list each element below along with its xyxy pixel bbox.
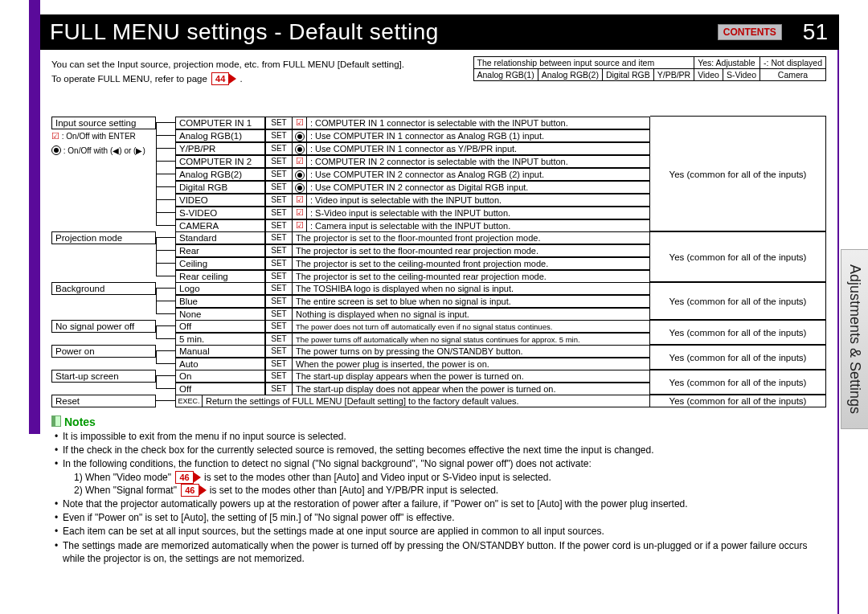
tree-connector [156,155,175,168]
tree-connector [156,181,175,194]
item-name: Auto [175,358,265,370]
set-label: SET [265,244,293,257]
rel-title: The relationship between input source an… [473,57,694,69]
yes-common: Yes (common for all of the inputs) [650,369,826,395]
purple-bar [29,0,40,434]
rel-yes: Yes: Adjustable [694,57,760,69]
tree-connector [156,219,175,232]
item-desc: The projector is set to the floor-mounte… [293,244,650,257]
tree-connector [156,333,175,346]
item-name: Blue [175,295,265,308]
item-desc: : Video input is selectable with the INP… [307,194,650,207]
set-label: SET [265,257,293,270]
legend: ☑ : On/Off with ENTER [51,131,156,142]
page-ref-46[interactable]: 46 [181,484,199,497]
t: is set to the modes other than [Auto] an… [204,472,551,483]
tree-connector [156,244,175,257]
item-name: VIDEO [175,194,265,207]
item-desc: Return the settings of FULL MENU [Defaul… [203,395,650,407]
item-desc: The power turns off automatically when n… [293,333,650,346]
tree-row: Rear ceilingSETThe projector is set to t… [51,270,650,283]
intro-line2-post: . [240,74,243,84]
rel-col: Analog RGB(1) [473,69,538,81]
note: Note that the projector automatically po… [55,497,826,510]
tree-connector [156,168,175,181]
tree-row: OffSETThe start-up display does not appe… [51,383,650,395]
page-ref-46[interactable]: 46 [175,471,193,484]
tree-row: S-VIDEOSET☑: S-Video input is selectable… [51,207,650,219]
t: is set to the modes other than [Auto] an… [210,485,498,496]
page-header: FULL MENU settings - Default setting CON… [40,14,839,50]
tree-connector [156,117,175,129]
tree-connector [156,383,175,395]
set-label: SET [265,370,293,383]
item-name: Rear [175,244,265,257]
item-desc: The start-up display appears when the po… [293,370,650,383]
rel-col: Analog RGB(2) [538,69,602,81]
yes-common: Yes (common for all of the inputs) [650,394,826,407]
item-name: None [175,308,265,321]
item-desc: The entire screen is set to blue when no… [293,295,650,308]
set-label: SET [265,308,293,321]
note-text: In the following conditions, the functio… [63,458,592,469]
item-desc: The start-up display does not appear whe… [293,383,650,395]
tree-connector [156,231,175,244]
group-label: Start-up screen [51,370,156,383]
item-name: Ceiling [175,257,265,270]
notes-list: It is impossible to exit from the menu i… [55,430,826,565]
item-desc: When the power plug is inserted, the pow… [293,358,650,370]
item-name: On [175,370,265,383]
set-label: SET [265,155,293,168]
note: Even if "Power on" is set to [Auto], the… [55,511,826,524]
main-content: You can set the Input source, projection… [40,50,839,614]
tree-row: Input source settingCOMPUTER IN 1SET☑: C… [51,117,650,129]
tree-row: : On/Off with (◀) or (▶)Y/PB/PRSET: Use … [51,142,650,155]
checkbox-icon: ☑ [293,194,307,207]
item-desc: The projector is set to the floor-mounte… [293,231,650,244]
item-name: Analog RGB(1) [175,129,265,142]
set-label: SET [265,129,293,142]
set-label: SET [265,194,293,207]
set-label: SET [265,333,293,346]
note: It is impossible to exit from the menu i… [55,430,826,443]
tree-row: BlueSETThe entire screen is set to blue … [51,295,650,308]
item-desc: : Use COMPUTER IN 2 connector as Analog … [307,168,650,181]
tree-row: AutoSETWhen the power plug is inserted, … [51,358,650,370]
exec-label: EXEC. [175,395,203,407]
group-label: No signal power off [51,320,156,333]
note-sub: 2) When "Signal format" 46 is set to the… [63,484,826,497]
tree-connector [156,142,175,155]
rel-dash: -: Not displayed [760,57,826,69]
set-label: SET [265,295,293,308]
set-label: SET [265,282,293,295]
tree-connector [156,282,175,295]
item-name: COMPUTER IN 1 [175,117,265,129]
tree-connector [156,257,175,270]
item-desc: The TOSHIBA logo is displayed when no si… [293,282,650,295]
yes-common: Yes (common for all of the inputs) [650,344,826,370]
item-desc: : S-Video input is selectable with the I… [307,207,650,219]
contents-button[interactable]: CONTENTS [718,24,782,40]
settings-tree: Input source settingCOMPUTER IN 1SET☑: C… [51,117,826,407]
item-name: Logo [175,282,265,295]
page-ref-44[interactable]: 44 [211,72,229,85]
group-label: Reset [51,395,156,407]
tree-row: RearSETThe projector is set to the floor… [51,244,650,257]
item-name: COMPUTER IN 2 [175,155,265,168]
side-tab[interactable]: Adjustments & Settings [841,249,868,429]
set-label: SET [265,168,293,181]
note: If the check in the check box for the cu… [55,444,826,456]
rel-col: Camera [760,69,826,81]
item-name: Off [175,383,265,395]
yes-common: Yes (common for all of the inputs) [650,231,826,283]
set-label: SET [265,320,293,333]
group-label: Power on [51,345,156,358]
tree-connector [156,129,175,142]
tree-connector [156,270,175,283]
tree-row: Start-up screenOnSETThe start-up display… [51,370,650,383]
checkbox-icon: ☑ [293,219,307,232]
intro-line2-pre: To operate FULL MENU, refer to page [51,74,210,84]
set-label: SET [265,207,293,219]
tree-row: No signal power offOffSETThe power does … [51,320,650,333]
tree-row: COMPUTER IN 2SET☑: COMPUTER IN 2 connect… [51,155,650,168]
